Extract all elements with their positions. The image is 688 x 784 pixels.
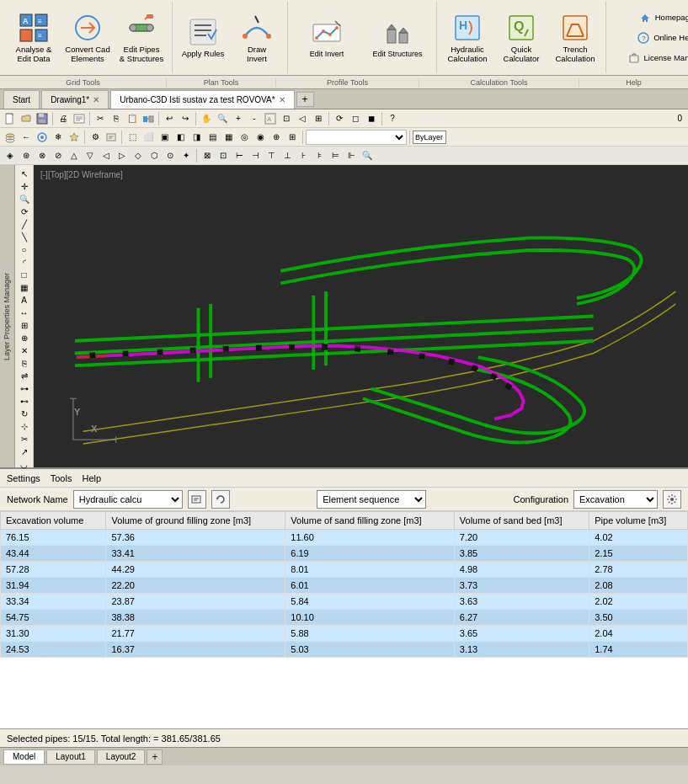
tb-zoom-realtime[interactable]: 🔍 [215,111,230,126]
tb-c13[interactable]: ⊠ [200,148,215,163]
drawing-canvas[interactable]: [-][Top][2D Wireframe] Y X [34,165,688,467]
ls-polyline[interactable]: ╲ [16,232,33,243]
ls-trim[interactable]: ✂ [16,434,33,445]
doc-tab-drawing1[interactable]: Drawing1* ✕ [41,90,109,109]
tb-c20[interactable]: ⊧ [312,148,327,163]
ls-rotate[interactable]: ↻ [16,408,33,419]
convert-cad-button[interactable]: Convert CadElements [62,8,113,67]
ls-array[interactable]: ⊷ [16,396,33,407]
tb-orbit[interactable]: ⟳ [332,111,347,126]
config-select[interactable]: Excavation [573,490,658,509]
ls-move[interactable]: ✛ [16,181,33,192]
tb-properties[interactable]: ⚙ [88,130,103,145]
tb-redo[interactable]: ↪ [178,111,193,126]
doc-tab-start[interactable]: Start [3,90,40,109]
tb-copy[interactable]: ⎘ [109,111,124,126]
layer-dropdown[interactable] [306,130,407,145]
tb-c11[interactable]: ⊙ [163,148,178,163]
tb-b1[interactable]: ⬚ [125,130,140,145]
network-browse-button[interactable] [188,490,206,509]
ls-snap[interactable]: ⊕ [16,333,33,344]
tb-zoom-all[interactable]: A [263,111,278,126]
tb-c9[interactable]: ◇ [131,148,146,163]
tb-c21[interactable]: ⊨ [328,148,343,163]
ls-insert[interactable]: ⊞ [16,320,33,331]
online-help-button[interactable]: ? Online Help [611,29,688,47]
ls-circle[interactable]: ○ [16,244,33,255]
layout1-tab[interactable]: Layout1 [46,749,95,765]
license-mgr-button[interactable]: License Manager [611,49,688,67]
tb-pan[interactable]: ✋ [199,111,214,126]
tb-b10[interactable]: ⊕ [269,130,284,145]
tb-layer-freeze[interactable]: ❄ [51,130,66,145]
tb-save[interactable] [35,111,50,126]
tb-c17[interactable]: ⊤ [264,148,279,163]
tb-print[interactable]: 🖨 [56,111,71,126]
config-settings-button[interactable] [663,490,681,509]
quick-calc-button[interactable]: Q QuickCalculator [496,8,547,67]
tb-c12[interactable]: ✦ [179,148,194,163]
tb-layer-off[interactable] [67,130,82,145]
tb-cut[interactable]: ✂ [93,111,108,126]
add-layout-tab[interactable]: + [147,749,163,765]
tb-c15[interactable]: ⊢ [232,148,247,163]
element-sequence-select[interactable]: Element sequence [317,490,426,509]
edit-invert-button[interactable]: Edit Invert [293,8,360,67]
tb-open[interactable] [19,111,34,126]
ls-hatch[interactable]: ▦ [16,282,33,293]
ls-zoom[interactable]: 🔍 [16,194,33,205]
edit-structures-button[interactable]: Edit Structures [364,8,431,67]
tb-3dview[interactable]: ◻ [348,111,363,126]
ls-copy[interactable]: ⎘ [16,358,33,369]
tb-b5[interactable]: ◨ [189,130,204,145]
trench-calc-button[interactable]: Trench Calculation [550,8,600,67]
tb-zoom-in[interactable]: + [231,111,246,126]
ls-scale[interactable]: ⊹ [16,421,33,432]
tb-b9[interactable]: ◉ [253,130,268,145]
tb-zoom-window[interactable]: ⊡ [279,111,294,126]
ls-arc[interactable]: ◜ [16,257,33,268]
tb-matchprop[interactable] [141,111,156,126]
tb-shade[interactable]: ◼ [364,111,379,126]
tb-c5[interactable]: △ [67,148,82,163]
network-refresh-button[interactable] [211,490,230,509]
tb-c8[interactable]: ▷ [115,148,130,163]
network-name-select[interactable]: Hydraulic calcu [73,490,183,509]
ls-line[interactable]: ╱ [16,219,33,230]
tb-layer-isolate[interactable] [35,130,50,145]
tb-zoom-prev[interactable]: ◁ [295,111,310,126]
ls-mirror[interactable]: ⇌ [16,371,33,381]
tb-b11[interactable]: ⊞ [285,130,300,145]
analyse-edit-button[interactable]: A ≡ ≡ Analyse & Edit Data [8,8,59,67]
tb-c14[interactable]: ⊡ [216,148,231,163]
tb-c19[interactable]: ⊦ [296,148,311,163]
ls-text[interactable]: A [16,295,33,306]
apply-rules-button[interactable]: Apply Rules [178,8,228,67]
close-urbano[interactable]: ✕ [279,95,285,104]
add-doc-tab[interactable]: + [296,92,314,107]
help-menu[interactable]: Help [82,473,101,483]
ls-erase[interactable]: ✕ [16,345,33,356]
tb-zoom-ext[interactable]: ⊞ [311,111,326,126]
draw-invert-button[interactable]: DrawInvert [232,8,282,67]
tb-c4[interactable]: ⊘ [51,148,66,163]
tools-menu[interactable]: Tools [51,473,72,483]
tb-b7[interactable]: ▦ [221,130,236,145]
tb-b3[interactable]: ▣ [157,130,172,145]
tb-b6[interactable]: ▤ [205,130,220,145]
tb-c22[interactable]: ⊩ [344,148,359,163]
tb-c2[interactable]: ⊛ [19,148,34,163]
tb-help2[interactable]: ? [385,111,400,126]
tb-b2[interactable]: ⬜ [141,130,156,145]
tb-new[interactable] [3,111,18,126]
ls-offset[interactable]: ⊶ [16,383,33,394]
tb-c3[interactable]: ⊗ [35,148,50,163]
layout2-tab[interactable]: Layout2 [97,749,146,765]
ls-select[interactable]: ↖ [16,168,33,179]
tb-preview[interactable] [72,111,87,126]
tb-c16[interactable]: ⊣ [248,148,263,163]
edit-pipes-button[interactable]: Edit Pipes& Structures [116,8,167,67]
model-tab[interactable]: Model [3,749,45,765]
tb-paste[interactable]: 📋 [125,111,140,126]
ls-extend[interactable]: ↗ [16,446,33,457]
